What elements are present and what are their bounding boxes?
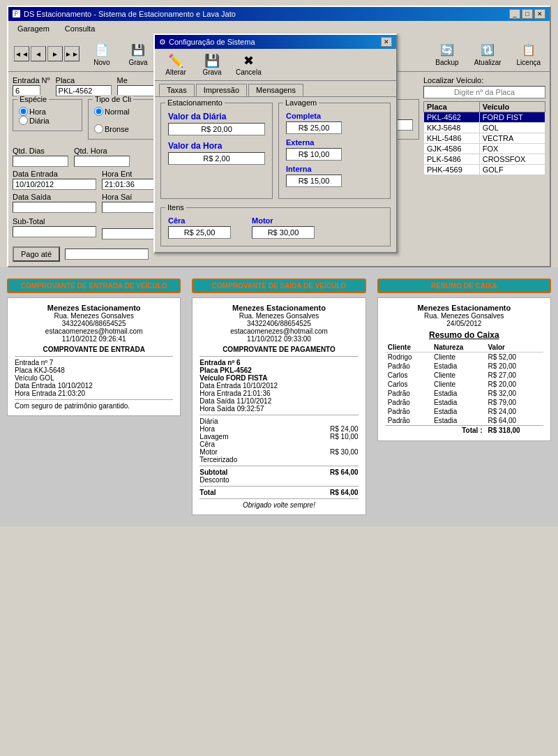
saida-items: DiáriaHoraR$ 24,00LavagemR$ 10,00CêraMot… [199,417,358,464]
atualizar-button[interactable]: 🔃 Atualizar [471,39,505,68]
resumo-address: Rua. Menezes Gonsalves [385,312,543,320]
minimize-button[interactable]: _ [509,9,520,19]
externa-input[interactable] [286,148,342,161]
qtd-hora-input[interactable] [74,156,130,167]
resumo-valor: R$ 79,00 [485,398,543,407]
novo-button[interactable]: 📄 Novo [88,39,116,68]
entrada-veiculo: Veículo GOL [15,374,173,382]
saida-thanks: Obrigado volte sempre! [199,501,358,509]
resumo-total-label: Total : [385,426,485,436]
hora-entrada-input[interactable] [102,179,158,190]
grava-button[interactable]: 💾 Grava [124,39,152,68]
nav-last[interactable]: ►► [64,46,80,61]
vehicle-placa: KHL-5486 [424,133,480,144]
saida-placa: Placa PKL-4562 [199,366,358,374]
data-saida-input[interactable] [13,202,96,213]
vehicle-row[interactable]: KHL-5486VECTRA [424,133,545,144]
brons-radio[interactable] [94,124,103,133]
resumo-natureza: Cliente [431,380,485,389]
resumo-natureza: Estadia [431,407,485,416]
saida-badge: COMPROVANTE DE SAÍDA DE VEÍCULO [192,279,365,293]
resumo-cliente: Padrão [385,389,431,398]
nav-prev[interactable]: ◄ [31,46,46,61]
tab-impressao[interactable]: Impressão [196,84,247,96]
item-value: R$ 10,00 [330,433,359,440]
saida-email: estacaomenezes@hotmail.com [199,327,358,335]
interna-input[interactable] [286,175,342,187]
dialog-grava-button[interactable]: 💾 Grava [197,52,227,77]
maximize-button[interactable]: □ [522,9,533,19]
vehicle-placa: PKL-4562 [424,112,480,123]
resumo-date: 24/05/2012 [385,320,543,327]
vehicle-row[interactable]: PHK-4569GOLF [424,165,545,175]
nav-next[interactable]: ► [47,46,63,61]
vehicle-name: VECTRA [479,133,545,144]
menu-consulta[interactable]: Consulta [59,22,101,35]
saida-divider3 [199,466,358,466]
pago-ate-button[interactable]: Pago até [13,246,60,262]
pago-ate-input[interactable] [65,249,149,260]
receipt-entrada: Menezes Estacionamento Rua. Menezes Gons… [7,297,181,416]
saida-subtotal-value: R$ 64,00 [330,468,359,476]
cancela-button[interactable]: ✖ Cancela [233,52,264,77]
entrada-hora-entrada: Hora Entrada 21:03:20 [15,390,173,397]
resumo-row: PadrãoEstadiaR$ 64,00 [385,416,543,426]
resumo-row: PadrãoEstadiaR$ 20,00 [385,362,543,371]
resumo-natureza: Estadia [431,389,485,398]
saida-entrada-num: Entrada nº 6 [199,359,358,366]
dialog-close-button[interactable]: ✕ [381,37,392,47]
vehicle-row[interactable]: PLK-5486CROSSFOX [424,154,545,165]
close-button[interactable]: ✕ [534,9,545,19]
data-entrada-input[interactable] [13,179,96,190]
cera-input[interactable] [168,226,231,239]
tab-taxas[interactable]: Taxas [159,84,195,96]
sub-total-input[interactable] [13,226,96,237]
vehicle-name: CROSSFOX [479,154,545,165]
alterar-button[interactable]: ✏️ Alterar [160,52,191,77]
saida-veiculo: Veículo FORD FISTA [199,374,358,382]
dialog-title-bar: ⚙ Configuração de Sistema ✕ [155,35,396,49]
grava-icon: 💾 [130,41,146,58]
licenca-button[interactable]: 📋 Licença [513,39,544,68]
tab-mensagens[interactable]: Mensagens [248,84,303,96]
sub-total-label: Sub-Total [13,217,96,225]
qtd-dias-input[interactable] [13,156,68,167]
vehicle-row[interactable]: GJK-4586FOX [424,144,545,154]
saida-phone: 34322406/88654525 [199,320,358,327]
backup-button[interactable]: 🔄 Backup [432,39,462,68]
saida-item-row: Terceirizado [199,456,358,464]
entrada-num: Entrada nº 7 [15,359,173,366]
receipt-saida-wrapper: COMPROVANTE DE SAÍDA DE VEÍCULO Menezes … [192,279,365,515]
item-label: Motor [199,448,218,456]
vehicle-row[interactable]: KKJ-5648GOL [424,123,545,133]
interna-label: Interna [286,165,383,173]
menu-garagem[interactable]: Garagem [11,22,56,35]
dialog-title-text: Configuração de Sistema [169,38,255,46]
resumo-valor: R$ 24,00 [485,407,543,416]
hora-radio[interactable] [19,107,28,116]
resumo-row: PadrãoEstadiaR$ 32,00 [385,389,543,398]
resumo-cliente: Carlos [385,380,431,389]
completa-input[interactable] [286,121,342,134]
localize-input[interactable] [423,86,545,98]
saida-title: COMPROVANTE DE PAGAMENTO [199,346,358,353]
entrada-placa: Placa KKJ-5648 [15,366,173,374]
valor-hora-input[interactable] [168,152,265,165]
receipt-resumo-wrapper: RESUMO DE CAIXA Menezes Estacionamento R… [377,279,551,515]
saida-divider4 [199,486,358,487]
entrada-company: Menezes Estacionamento [15,304,173,312]
hora-saida-input[interactable] [102,202,158,213]
item-label: Diária [199,417,218,425]
resumo-row: RodrigoClienteR$ 52,00 [385,353,543,362]
nav-first[interactable]: ◄◄ [14,46,29,61]
dialog-grava-icon: 💾 [204,53,220,68]
vehicle-row[interactable]: PKL-4562FORD FIST [424,112,545,123]
licenca-icon: 📋 [520,41,537,58]
itens-section-title: Itens [165,203,186,212]
diaria-radio[interactable] [19,116,28,125]
motor-input[interactable] [252,226,315,239]
valor-diaria-input[interactable] [168,123,265,135]
normal-radio[interactable] [94,107,103,116]
saida-subtotal-label: Subtotal [199,468,227,476]
saida-item-row: MotorR$ 30,00 [199,448,358,456]
